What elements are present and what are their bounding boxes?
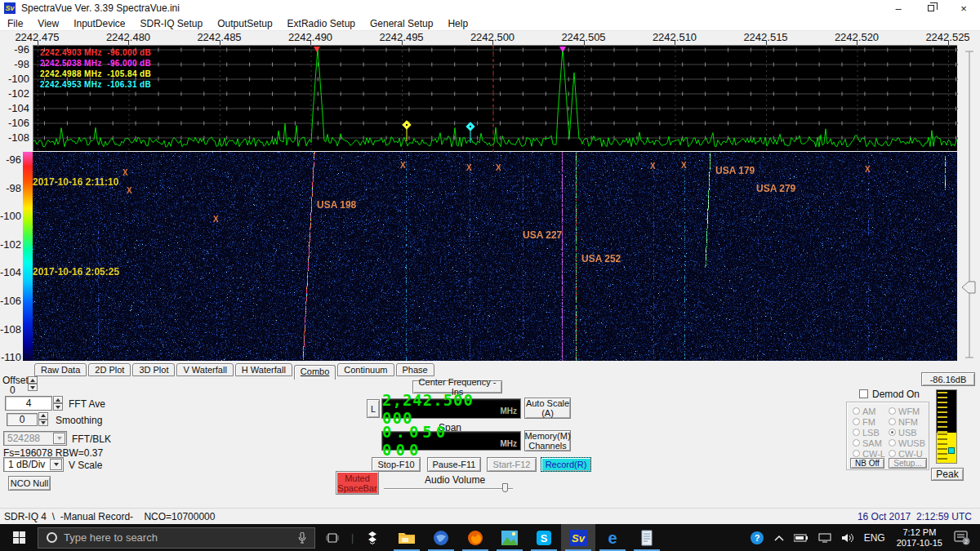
demod-on-checkbox[interactable] (859, 389, 868, 398)
speaker-icon[interactable] (836, 524, 859, 551)
taskbar-app-skype[interactable]: S (527, 524, 561, 551)
restore-button[interactable] (915, 0, 947, 16)
menu-general-setup[interactable]: General Setup (363, 18, 440, 29)
offset-spinner[interactable] (28, 376, 38, 391)
menu-outputsetup[interactable]: OutputSetup (210, 18, 279, 29)
taskbar-app-thunderbird[interactable] (424, 524, 458, 551)
mode-radio-fm[interactable]: FM (853, 416, 889, 427)
cursor-marker-diamond[interactable] (466, 122, 474, 143)
taskbar-app-photos[interactable] (492, 524, 527, 551)
svg-text:2: 2 (964, 539, 968, 544)
memory-channels-button[interactable]: Memory(M) Channels (524, 430, 571, 451)
nb-off-button[interactable]: NB Off (850, 458, 884, 469)
network-icon[interactable] (813, 524, 836, 551)
microphone-icon[interactable] (298, 532, 306, 544)
tab-h-waterfall[interactable]: H Waterfall (235, 363, 292, 376)
taskbar-app-firefox[interactable] (458, 524, 492, 551)
display-tabs: Raw Data2D Plot3D PlotV WaterfallH Water… (34, 363, 436, 378)
tab-2d-plot[interactable]: 2D Plot (88, 363, 131, 376)
mode-radio-usb[interactable]: USB (889, 427, 926, 438)
mode-radio-wfm[interactable]: WFM (889, 406, 926, 416)
notification-center-icon[interactable]: 2 (949, 524, 980, 551)
fft-ave-input[interactable]: 4 (5, 396, 52, 411)
mode-radio-wusb[interactable]: WUSB (889, 438, 926, 448)
audio-volume-slider[interactable] (384, 488, 513, 490)
center-frequency-display[interactable]: 2,242.500 000 MHz (381, 398, 521, 419)
nco-null-button[interactable]: NCO Null (8, 476, 51, 491)
pause-button[interactable]: Pause-F11 (427, 457, 481, 472)
battery-icon[interactable] (789, 524, 813, 551)
lock-l-button[interactable]: L (367, 399, 380, 418)
minimize-button[interactable]: – (882, 0, 915, 16)
start-button[interactable] (0, 524, 38, 551)
task-view-button[interactable] (315, 524, 350, 551)
peak-button[interactable]: Peak (931, 468, 964, 481)
radio-icon (853, 407, 860, 415)
waterfall-db-label: -104 (0, 266, 21, 278)
menu-inputdevice[interactable]: InputDevice (66, 18, 132, 29)
taskbar-app-file-explorer[interactable] (390, 524, 424, 551)
cursor-readout: 2242.4988 MHz -105.84 dB (40, 69, 151, 78)
show-hidden-icons-chevron[interactable] (769, 524, 789, 551)
fft-ave-spinner[interactable] (53, 396, 63, 411)
center-frequency-value: 2,242.500 000 (382, 391, 498, 427)
signal-x-mark[interactable]: X (213, 215, 219, 224)
signal-x-mark[interactable]: X (122, 168, 128, 177)
muted-spacebar-button[interactable]: Muted SpaceBar (336, 471, 379, 495)
menu-sdr-iq-setup[interactable]: SDR-IQ Setup (133, 18, 211, 29)
radio-icon (889, 407, 896, 415)
mode-radio-nfm[interactable]: NFM (889, 416, 926, 427)
tab-combo[interactable]: Combo (294, 365, 336, 380)
signal-x-mark[interactable]: X (650, 162, 656, 171)
audio-volume-thumb[interactable] (502, 483, 508, 492)
fft-blk-dropdown[interactable]: 524288 (3, 431, 67, 446)
tab-raw-data[interactable]: Raw Data (34, 363, 87, 376)
taskbar-app-spectravue[interactable]: Sv (561, 524, 595, 551)
taskbar-clock[interactable]: 7:12 PM2017-10-15 (890, 527, 949, 549)
close-button[interactable]: × (947, 0, 980, 16)
tab-v-waterfall[interactable]: V Waterfall (176, 363, 233, 376)
setup-button[interactable]: Setup... (889, 458, 927, 469)
menu-file[interactable]: File (0, 18, 30, 29)
tab-phase[interactable]: Phase (396, 363, 434, 376)
fft-blk-dropdown-arrow[interactable] (53, 433, 65, 444)
signal-x-mark[interactable]: X (681, 161, 687, 170)
tab-3d-plot[interactable]: 3D Plot (132, 363, 175, 376)
signal-x-mark[interactable]: X (127, 186, 132, 195)
auto-scale-button[interactable]: Auto Scale (A) (524, 398, 571, 419)
stop-button[interactable]: Stop-F10 (372, 457, 421, 472)
menu-view[interactable]: View (30, 18, 66, 29)
signal-x-mark[interactable]: X (865, 165, 871, 174)
taskbar-app-edge[interactable]: e (595, 524, 630, 551)
mode-radio-lsb[interactable]: LSB (853, 427, 889, 438)
vertical-gain-slider[interactable] (959, 45, 980, 363)
svg-text:Sv: Sv (572, 532, 586, 544)
record-button[interactable]: Record(R) (541, 457, 591, 472)
tab-continuum[interactable]: Continuum (337, 363, 394, 376)
svg-text:S: S (541, 532, 548, 544)
frequency-axis: 2242.4752242.4802242.4852242.4902242.495… (0, 31, 980, 45)
signal-x-mark[interactable]: X (466, 163, 472, 172)
status-bar: SDR-IQ 4 \ -Manual Record- NCO=10700000 … (0, 508, 980, 524)
smoothing-input[interactable]: 0 (7, 413, 38, 426)
v-scale-dropdown-arrow[interactable] (50, 459, 62, 470)
help-icon[interactable]: ? (745, 524, 769, 551)
menu-extradio-setup[interactable]: ExtRadio Setup (280, 18, 363, 29)
signal-x-mark[interactable]: X (496, 163, 501, 172)
waterfall-display[interactable]: 2017-10-16 2:11:102017-10-16 2:05:25USA … (33, 152, 957, 361)
signal-x-mark[interactable]: X (400, 161, 406, 170)
mode-radio-sam[interactable]: SAM (853, 438, 889, 448)
taskbar-app-notepad[interactable] (630, 524, 664, 551)
span-display[interactable]: 0.050 000 MHz (381, 431, 521, 451)
v-scale-dropdown[interactable]: 1 dB/Div (3, 457, 64, 472)
mode-radio-am[interactable]: AM (853, 406, 889, 416)
taskbar-app-dropbox[interactable] (355, 524, 390, 551)
language-indicator[interactable]: ENG (859, 524, 890, 551)
signal-level-readout[interactable]: -86.16dB (921, 372, 975, 386)
start-button[interactable]: Start-F12 (487, 457, 537, 472)
satellite-label: USA 227 (523, 229, 562, 241)
smoothing-spinner[interactable] (38, 412, 48, 426)
spectrum-plot[interactable]: 2242.4903 MHz -96.000 dB2242.5038 MHz -9… (33, 45, 957, 151)
taskbar-search-input[interactable]: Type here to search (38, 527, 315, 549)
menu-help[interactable]: Help (440, 18, 475, 29)
